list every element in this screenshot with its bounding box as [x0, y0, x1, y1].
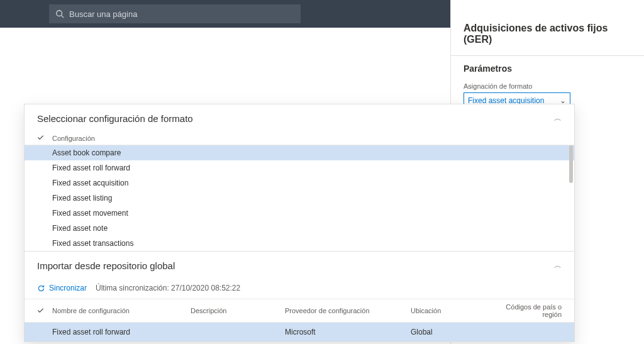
import-section: Importar desde repositorio global ︿ Sinc… [25, 252, 574, 341]
refresh-icon [37, 284, 45, 292]
col-ubic-header: Ubicación [411, 307, 492, 314]
sync-label: Sincronizar [49, 284, 87, 292]
format-section-header[interactable]: Seleccionar configuración de formato ︿ [25, 104, 574, 131]
config-row-name: Fixed asset movement [52, 209, 128, 218]
format-config-dialog: Seleccionar configuración de formato ︿ C… [24, 104, 575, 342]
svg-point-0 [57, 11, 62, 16]
config-row[interactable]: Asset book compare [25, 145, 574, 160]
import-row[interactable]: Fixed asset roll forwardMicrosoftGlobal [25, 323, 574, 341]
parameters-heading: Parámetros [451, 56, 644, 74]
config-row-name: Fixed asset transactions [52, 239, 133, 248]
config-column-header: Configuración [52, 135, 95, 142]
import-section-header[interactable]: Importar desde repositorio global ︿ [25, 252, 574, 279]
sync-button[interactable]: Sincronizar [37, 284, 87, 292]
search-input[interactable] [69, 9, 294, 19]
checkmark-icon [37, 134, 52, 142]
import-row-ubic: Global [411, 328, 492, 336]
col-cod-header: Códigos de país o región [492, 303, 562, 318]
search-box[interactable] [49, 4, 301, 23]
config-list-header: Configuración [25, 131, 574, 145]
format-section-title: Seleccionar configuración de formato [37, 113, 193, 124]
format-section: Seleccionar configuración de formato ︿ C… [25, 104, 574, 252]
config-row[interactable]: Fixed asset listing [25, 191, 574, 206]
config-row[interactable]: Fixed asset transactions [25, 236, 574, 251]
import-row-prov: Microsoft [285, 328, 411, 336]
config-row-name: Asset book compare [52, 148, 121, 157]
col-desc-header: Descripción [191, 307, 285, 314]
col-name-header: Nombre de configuración [52, 307, 191, 314]
config-row[interactable]: Fixed asset note [25, 221, 574, 236]
config-row-name: Fixed asset note [52, 224, 108, 233]
sync-info: Última sincronización: 27/10/2020 08:52:… [96, 284, 240, 292]
scrollbar-thumb[interactable] [569, 145, 573, 183]
format-field-label: Asignación de formato [464, 82, 631, 90]
config-row[interactable]: Fixed asset acquisition [25, 175, 574, 191]
config-row-name: Fixed asset roll forward [52, 164, 130, 172]
config-row[interactable]: Fixed asset movement [25, 206, 574, 221]
chevron-up-icon: ︿ [554, 113, 562, 124]
config-row-name: Fixed asset listing [52, 194, 112, 203]
svg-line-1 [62, 16, 64, 18]
import-table-header: Nombre de configuración Descripción Prov… [25, 299, 574, 323]
right-panel-title: Adquisiciones de activos fijos (GER) [451, 0, 644, 56]
config-row-name: Fixed asset acquisition [52, 179, 128, 187]
sync-bar: Sincronizar Última sincronización: 27/10… [25, 279, 574, 299]
checkmark-icon [37, 307, 52, 315]
config-row[interactable]: Fixed asset roll forward [25, 160, 574, 175]
chevron-up-icon: ︿ [554, 260, 562, 271]
col-prov-header: Proveedor de configuración [285, 307, 411, 314]
search-icon [55, 9, 64, 18]
import-section-title: Importar desde repositorio global [37, 260, 175, 271]
import-row-name: Fixed asset roll forward [52, 328, 191, 336]
config-list: Asset book compareFixed asset roll forwa… [25, 145, 574, 251]
import-rows: Fixed asset roll forwardMicrosoftGlobal [25, 323, 574, 341]
